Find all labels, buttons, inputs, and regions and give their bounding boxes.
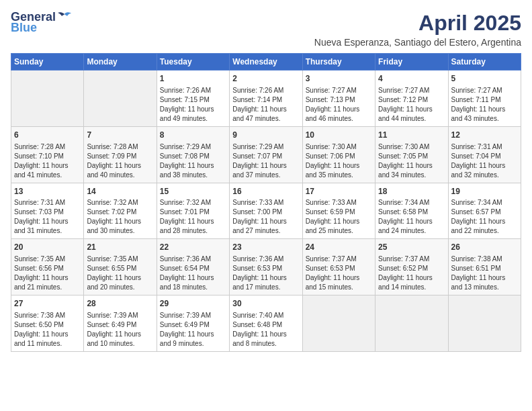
calendar-cell: 23Sunrise: 7:36 AM Sunset: 6:53 PM Dayli… xyxy=(230,239,302,295)
day-number: 3 xyxy=(306,73,372,85)
day-info: Sunrise: 7:31 AM Sunset: 7:04 PM Dayligh… xyxy=(451,142,518,180)
calendar-cell: 25Sunrise: 7:37 AM Sunset: 6:52 PM Dayli… xyxy=(375,239,448,295)
day-number: 7 xyxy=(87,130,153,141)
day-number: 26 xyxy=(451,242,518,253)
day-number: 22 xyxy=(160,242,226,253)
day-number: 15 xyxy=(160,186,226,197)
day-number: 21 xyxy=(87,242,153,253)
day-info: Sunrise: 7:37 AM Sunset: 6:52 PM Dayligh… xyxy=(378,255,445,292)
calendar-cell: 7Sunrise: 7:28 AM Sunset: 7:09 PM Daylig… xyxy=(84,126,157,183)
day-info: Sunrise: 7:40 AM Sunset: 6:48 PM Dayligh… xyxy=(232,311,299,349)
calendar-week-row: 27Sunrise: 7:38 AM Sunset: 6:50 PM Dayli… xyxy=(11,295,521,352)
day-number: 14 xyxy=(87,186,153,197)
day-info: Sunrise: 7:30 AM Sunset: 7:05 PM Dayligh… xyxy=(378,142,445,180)
day-info: Sunrise: 7:34 AM Sunset: 6:58 PM Dayligh… xyxy=(378,198,445,236)
day-info: Sunrise: 7:26 AM Sunset: 7:15 PM Dayligh… xyxy=(160,86,226,124)
day-info: Sunrise: 7:30 AM Sunset: 7:06 PM Dayligh… xyxy=(306,142,372,180)
day-info: Sunrise: 7:38 AM Sunset: 6:51 PM Dayligh… xyxy=(451,255,518,292)
title-area: April 2025 Nueva Esperanza, Santiago del… xyxy=(314,11,521,48)
calendar-cell xyxy=(84,71,157,127)
day-header-monday: Monday xyxy=(84,54,157,71)
calendar-cell: 16Sunrise: 7:33 AM Sunset: 7:00 PM Dayli… xyxy=(230,183,302,239)
calendar-week-row: 20Sunrise: 7:35 AM Sunset: 6:56 PM Dayli… xyxy=(11,239,521,295)
day-number: 16 xyxy=(232,186,299,197)
day-number: 17 xyxy=(306,186,372,197)
calendar-cell: 13Sunrise: 7:31 AM Sunset: 7:03 PM Dayli… xyxy=(11,183,84,239)
calendar-cell: 21Sunrise: 7:35 AM Sunset: 6:55 PM Dayli… xyxy=(84,239,157,295)
logo: General Blue xyxy=(11,11,71,34)
day-info: Sunrise: 7:33 AM Sunset: 6:59 PM Dayligh… xyxy=(306,198,372,236)
calendar-cell: 27Sunrise: 7:38 AM Sunset: 6:50 PM Dayli… xyxy=(11,295,84,352)
day-number: 2 xyxy=(232,73,299,85)
day-info: Sunrise: 7:36 AM Sunset: 6:54 PM Dayligh… xyxy=(160,255,226,292)
calendar-cell: 3Sunrise: 7:27 AM Sunset: 7:13 PM Daylig… xyxy=(302,71,375,127)
day-info: Sunrise: 7:39 AM Sunset: 6:49 PM Dayligh… xyxy=(87,311,153,349)
calendar-cell xyxy=(448,295,521,352)
calendar-cell: 22Sunrise: 7:36 AM Sunset: 6:54 PM Dayli… xyxy=(157,239,229,295)
day-info: Sunrise: 7:37 AM Sunset: 6:53 PM Dayligh… xyxy=(306,255,372,292)
day-header-wednesday: Wednesday xyxy=(230,54,302,71)
day-header-thursday: Thursday xyxy=(302,54,375,71)
calendar-cell: 15Sunrise: 7:32 AM Sunset: 7:01 PM Dayli… xyxy=(157,183,229,239)
logo-bird-icon xyxy=(58,11,71,22)
day-info: Sunrise: 7:27 AM Sunset: 7:13 PM Dayligh… xyxy=(306,86,372,124)
day-header-friday: Friday xyxy=(375,54,448,71)
day-info: Sunrise: 7:28 AM Sunset: 7:09 PM Dayligh… xyxy=(87,142,153,180)
day-info: Sunrise: 7:39 AM Sunset: 6:49 PM Dayligh… xyxy=(160,311,226,349)
day-number: 18 xyxy=(378,186,445,197)
calendar-cell: 18Sunrise: 7:34 AM Sunset: 6:58 PM Dayli… xyxy=(375,183,448,239)
calendar-cell: 9Sunrise: 7:29 AM Sunset: 7:07 PM Daylig… xyxy=(230,126,302,183)
day-number: 19 xyxy=(451,186,518,197)
day-number: 11 xyxy=(378,130,445,141)
calendar-cell: 30Sunrise: 7:40 AM Sunset: 6:48 PM Dayli… xyxy=(230,295,302,352)
day-info: Sunrise: 7:32 AM Sunset: 7:02 PM Dayligh… xyxy=(87,198,153,236)
calendar-cell: 26Sunrise: 7:38 AM Sunset: 6:51 PM Dayli… xyxy=(448,239,521,295)
calendar-table: SundayMondayTuesdayWednesdayThursdayFrid… xyxy=(11,53,521,352)
day-header-tuesday: Tuesday xyxy=(157,54,229,71)
logo-blue: Blue xyxy=(11,21,37,34)
calendar-header-row: SundayMondayTuesdayWednesdayThursdayFrid… xyxy=(11,54,521,71)
day-number: 30 xyxy=(232,298,299,310)
day-number: 13 xyxy=(14,186,81,197)
day-info: Sunrise: 7:27 AM Sunset: 7:11 PM Dayligh… xyxy=(451,86,518,124)
month-year-title: April 2025 xyxy=(314,11,521,36)
calendar-cell: 10Sunrise: 7:30 AM Sunset: 7:06 PM Dayli… xyxy=(302,126,375,183)
calendar-cell: 6Sunrise: 7:28 AM Sunset: 7:10 PM Daylig… xyxy=(11,126,84,183)
day-info: Sunrise: 7:35 AM Sunset: 6:55 PM Dayligh… xyxy=(87,255,153,292)
calendar-cell: 11Sunrise: 7:30 AM Sunset: 7:05 PM Dayli… xyxy=(375,126,448,183)
calendar-cell: 14Sunrise: 7:32 AM Sunset: 7:02 PM Dayli… xyxy=(84,183,157,239)
day-number: 27 xyxy=(14,298,81,310)
calendar-week-row: 1Sunrise: 7:26 AM Sunset: 7:15 PM Daylig… xyxy=(11,71,521,127)
calendar-cell: 29Sunrise: 7:39 AM Sunset: 6:49 PM Dayli… xyxy=(157,295,229,352)
day-number: 29 xyxy=(160,298,226,310)
calendar-week-row: 6Sunrise: 7:28 AM Sunset: 7:10 PM Daylig… xyxy=(11,126,521,183)
calendar-cell: 1Sunrise: 7:26 AM Sunset: 7:15 PM Daylig… xyxy=(157,71,229,127)
day-info: Sunrise: 7:29 AM Sunset: 7:07 PM Dayligh… xyxy=(232,142,299,180)
day-info: Sunrise: 7:28 AM Sunset: 7:10 PM Dayligh… xyxy=(14,142,81,180)
day-info: Sunrise: 7:32 AM Sunset: 7:01 PM Dayligh… xyxy=(160,198,226,236)
day-number: 9 xyxy=(232,130,299,141)
calendar-cell: 12Sunrise: 7:31 AM Sunset: 7:04 PM Dayli… xyxy=(448,126,521,183)
calendar-cell xyxy=(302,295,375,352)
location-subtitle: Nueva Esperanza, Santiago del Estero, Ar… xyxy=(314,37,521,48)
day-number: 5 xyxy=(451,73,518,85)
day-info: Sunrise: 7:33 AM Sunset: 7:00 PM Dayligh… xyxy=(232,198,299,236)
day-info: Sunrise: 7:36 AM Sunset: 6:53 PM Dayligh… xyxy=(232,255,299,292)
calendar-cell: 17Sunrise: 7:33 AM Sunset: 6:59 PM Dayli… xyxy=(302,183,375,239)
day-info: Sunrise: 7:29 AM Sunset: 7:08 PM Dayligh… xyxy=(160,142,226,180)
day-header-sunday: Sunday xyxy=(11,54,84,71)
calendar-week-row: 13Sunrise: 7:31 AM Sunset: 7:03 PM Dayli… xyxy=(11,183,521,239)
calendar-cell: 5Sunrise: 7:27 AM Sunset: 7:11 PM Daylig… xyxy=(448,71,521,127)
calendar-cell xyxy=(11,71,84,127)
calendar-cell: 28Sunrise: 7:39 AM Sunset: 6:49 PM Dayli… xyxy=(84,295,157,352)
day-number: 12 xyxy=(451,130,518,141)
day-info: Sunrise: 7:27 AM Sunset: 7:12 PM Dayligh… xyxy=(378,86,445,124)
calendar-cell: 2Sunrise: 7:26 AM Sunset: 7:14 PM Daylig… xyxy=(230,71,302,127)
calendar-cell: 19Sunrise: 7:34 AM Sunset: 6:57 PM Dayli… xyxy=(448,183,521,239)
day-number: 24 xyxy=(306,242,372,253)
day-number: 1 xyxy=(160,73,226,85)
day-number: 8 xyxy=(160,130,226,141)
day-number: 20 xyxy=(14,242,81,253)
day-header-saturday: Saturday xyxy=(448,54,521,71)
calendar-cell xyxy=(375,295,448,352)
